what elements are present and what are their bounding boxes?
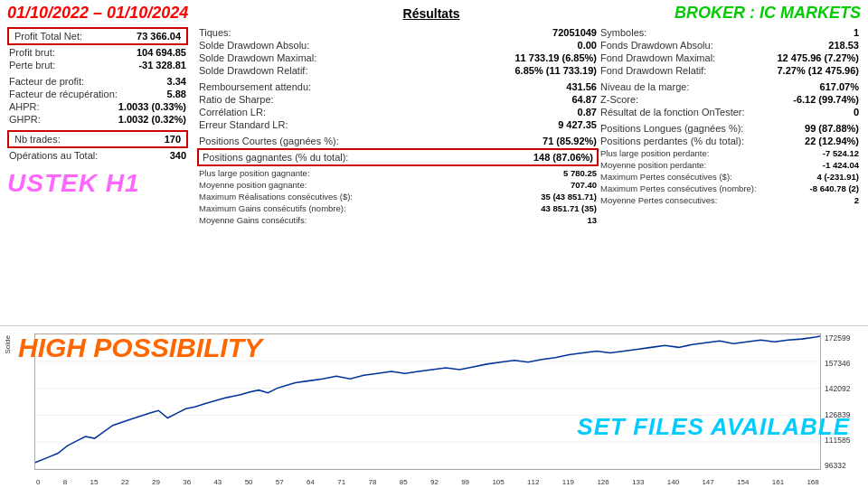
symboles-row: Symboles: 1 [599, 26, 861, 39]
max-gains-cons-row: Maximum Gains consécutifs (nombre): 43 8… [197, 202, 599, 214]
facteur-recup-row: Facteur de récupération: 5.88 [7, 88, 188, 100]
ratio-sharpe-row: Ratio de Sharpe: 64.87 [197, 93, 599, 106]
x-label-105: 105 [492, 478, 504, 486]
left-column: Profit Total Net: 73 366.04 Profit brut:… [7, 26, 188, 226]
x-label-147: 147 [702, 478, 713, 486]
x-label-78: 78 [369, 478, 377, 486]
broker-title: BROKER : IC MARKETS [675, 4, 861, 23]
plus-large-perte-row: Plus large position perdante: -7 524.12 [599, 147, 861, 159]
fond-draw-rel-row: Fond Drawdown Relatif: 7.27% (12 475.96) [599, 64, 861, 77]
x-label-71: 71 [337, 478, 345, 486]
profit-total-box: Profit Total Net: 73 366.04 [7, 27, 188, 45]
x-label-140: 140 [667, 478, 679, 486]
x-label-133: 133 [632, 478, 644, 486]
max-pertes-cons-nb-row: Maximum Pertes consécutives (nombre): -8… [599, 183, 861, 194]
right-column: Symboles: 1 Fonds Drawdown Absolu: 218.5… [599, 26, 861, 226]
moy-gains-cons-row: Moyenne Gains consécutifs: 13 [197, 214, 599, 226]
x-label-36: 36 [183, 478, 191, 486]
x-label-119: 119 [562, 478, 574, 486]
profit-total-label: Profit Total Net: [14, 31, 82, 42]
perte-brut-row: Perte brut: -31 328.81 [7, 59, 188, 71]
pos-courtes-row: Positions Courtes (gagnées %): 71 (85.92… [197, 135, 599, 147]
remboursement-row: Remboursement attendu: 431.56 [197, 80, 599, 93]
x-label-126: 126 [597, 478, 609, 486]
y-val-96332: 96332 [825, 461, 866, 470]
solde-draw-rel-row: Solde Drawdown Relatif: 6.85% (11 733.19… [197, 64, 599, 77]
profit-brut-row: Profit brut: 104 694.85 [7, 46, 188, 59]
mid-column: Tiques: 72051049 Solde Drawdown Absolu: … [188, 26, 599, 226]
profit-total-value: 73 366.04 [137, 31, 181, 42]
facteur-profit-row: Facteur de profit: 3.34 [7, 75, 188, 88]
x-label-112: 112 [527, 478, 539, 486]
fonds-draw-abs-row: Fonds Drawdown Absolu: 218.53 [599, 39, 861, 52]
x-label-57: 57 [276, 478, 284, 486]
tiques-row: Tiques: 72051049 [197, 26, 599, 39]
x-label-29: 29 [152, 478, 160, 486]
x-label-92: 92 [430, 478, 439, 486]
pos-perdantes-row: Positions perdantes (% du total): 22 (12… [599, 135, 861, 147]
operations-row: Opérations au Total: 340 [7, 149, 188, 162]
y-val-157346: 157346 [825, 359, 866, 368]
correlation-row: Corrélation LR: 0.87 [197, 106, 599, 118]
ahpr-row: AHPR: 1.0033 (0.33%) [7, 100, 188, 113]
moy-pos-perd-row: Moyenne position perdante: -1 424.04 [599, 159, 861, 171]
x-label-43: 43 [213, 478, 222, 486]
x-label-15: 15 [90, 478, 99, 486]
date-range: 01/10/2022 – 01/10/2024 [7, 4, 188, 23]
x-label-50: 50 [245, 478, 253, 486]
erreur-std-row: Erreur Standard LR: 9 427.35 [197, 118, 599, 131]
x-label-85: 85 [400, 478, 408, 486]
fond-draw-max-row: Fond Drawdown Maximal: 12 475.96 (7.27%) [599, 52, 861, 64]
x-label-161: 161 [772, 478, 784, 486]
plus-large-gain-row: Plus large position gagnante: 5 780.25 [197, 167, 599, 179]
solde-draw-max-row: Solde Drawdown Maximal: 11 733.19 (6.85%… [197, 52, 599, 64]
x-label-64: 64 [307, 478, 315, 486]
x-label-168: 168 [807, 478, 818, 486]
ghpr-row: GHPR: 1.0032 (0.32%) [7, 113, 188, 126]
moy-pertes-cons-row: Moyenne Pertes consecutives: 2 [599, 194, 861, 206]
max-real-cons-row: Maximum Réalisations consécutives ($): 3… [197, 191, 599, 202]
solde-draw-abs-row: Solde Drawdown Absolu: 0.00 [197, 39, 599, 52]
y-label: Solde [4, 335, 12, 353]
pos-gagnantes-box: Positions gagnantes (% du total): 148 (8… [197, 148, 599, 166]
zscore-row: Z-Score: -6.12 (99.74%) [599, 93, 861, 106]
top-section: 01/10/2022 – 01/10/2024 Résultats BROKER… [0, 0, 868, 228]
resultat-row: Résultat de la fonction OnTester: 0 [599, 106, 861, 118]
header-row: 01/10/2022 – 01/10/2024 Résultats BROKER… [7, 4, 861, 23]
x-label-99: 99 [461, 478, 469, 486]
x-label-154: 154 [737, 478, 749, 486]
moy-pos-gag-row: Moyenne position gagnante: 707.40 [197, 179, 599, 191]
x-label-22: 22 [121, 478, 129, 486]
data-grid: Profit Total Net: 73 366.04 Profit brut:… [7, 26, 861, 226]
max-pertes-cons-row: Maximum Pertes consécutives ($): 4 (-231… [599, 171, 861, 183]
niveau-marge-row: Niveau de la marge: 617.07% [599, 80, 861, 93]
y-val-142092: 142092 [825, 384, 866, 393]
set-files-text: SET FILES AVAILABLE [577, 413, 850, 441]
x-label-8: 8 [63, 478, 67, 486]
x-label-0: 0 [36, 478, 40, 486]
y-val-172599: 172599 [825, 333, 866, 343]
pos-longues-row: Positions Longues (gagnées %): 99 (87.88… [599, 122, 861, 135]
ustek-label: USTEK H1 [7, 169, 188, 198]
high-possibility-text: HIGH POSSIBILITY [18, 333, 262, 363]
results-title: Résultats [403, 6, 460, 21]
nb-trades-box: Nb trades: 170 [7, 130, 188, 148]
